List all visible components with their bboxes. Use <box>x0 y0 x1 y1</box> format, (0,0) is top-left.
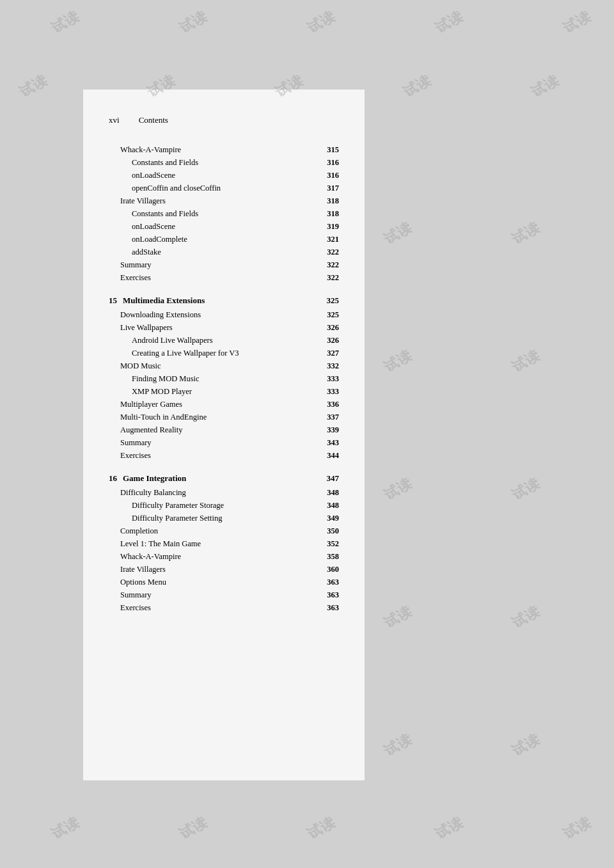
toc-entry-label: addStake <box>132 246 323 258</box>
toc-entry-page: 326 <box>327 334 339 347</box>
watermark: 试读 <box>432 813 466 844</box>
toc-entry: Android Live Wallpapers 326 <box>109 334 339 347</box>
toc-entry: Multi-Touch in AndEngine 337 <box>109 411 339 423</box>
watermark: 试读 <box>176 7 210 38</box>
toc-entry-label: Finding MOD Music <box>132 372 323 385</box>
toc-entry: Summary 363 <box>109 588 339 601</box>
toc-entry: Difficulty Balancing 348 <box>109 486 339 499</box>
watermark: 试读 <box>432 7 466 38</box>
toc-entry-label: Multiplayer Games <box>120 398 323 411</box>
page-number: xvi <box>109 115 120 125</box>
toc-entry-page: 322 <box>327 271 339 284</box>
watermark: 试读 <box>508 602 542 633</box>
toc-entry-page: 316 <box>327 156 339 169</box>
toc-entry-label: onLoadScene <box>132 220 323 233</box>
toc-entry-label: openCoffin and closeCoffin <box>132 182 323 194</box>
toc-entry-label: Difficulty Parameter Storage <box>132 499 323 512</box>
toc-entry-label: Exercises <box>120 601 323 614</box>
toc-entry-label: Summary <box>120 436 323 449</box>
toc-entry-page: 348 <box>327 486 339 499</box>
toc-entry-label: Exercises <box>120 271 323 284</box>
watermark: 试读 <box>48 813 82 844</box>
toc-entry-label: onLoadScene <box>132 169 323 182</box>
toc-entry-label: Exercises <box>120 449 323 462</box>
toc-entry-page: 337 <box>327 411 339 423</box>
toc-entry-page: 363 <box>327 576 339 588</box>
toc-entry-label: Difficulty Parameter Setting <box>132 512 323 525</box>
toc-entry-page: 352 <box>327 537 339 550</box>
toc-entry-page: 322 <box>327 258 339 271</box>
toc-entry: Constants and Fields 318 <box>109 207 339 220</box>
toc-entry-label: Whack-A-Vampire <box>120 143 323 156</box>
toc-entry-label: Constants and Fields <box>132 156 323 169</box>
toc-entry: onLoadComplete 321 <box>109 233 339 246</box>
watermark: 试读 <box>381 602 414 633</box>
toc-entry: Finding MOD Music 333 <box>109 372 339 385</box>
book-page: xvi Contents Whack-A-Vampire 315 Constan… <box>83 90 365 780</box>
toc-entry-label: Irate Villagers <box>120 563 323 576</box>
toc-entry: onLoadScene 316 <box>109 169 339 182</box>
watermark: 试读 <box>304 813 338 844</box>
watermark: 试读 <box>16 71 50 102</box>
toc-entry: Level 1: The Main Game 352 <box>109 537 339 550</box>
toc-entry: Exercises 344 <box>109 449 339 462</box>
watermark: 试读 <box>508 346 542 377</box>
toc-entry-page: 360 <box>327 563 339 576</box>
chapter-heading: 16 Game Integration 347 <box>109 473 339 484</box>
toc-entry-page: 333 <box>327 385 339 398</box>
toc-entry-label: Completion <box>120 525 323 537</box>
watermark: 试读 <box>560 813 594 844</box>
chapter-page: 325 <box>327 296 340 306</box>
toc-entry-page: 316 <box>327 169 339 182</box>
toc-entry-page: 319 <box>327 220 339 233</box>
toc-entry-label: Options Menu <box>120 576 323 588</box>
watermark: 试读 <box>381 218 414 249</box>
toc-entry-page: 315 <box>327 143 339 156</box>
toc-entry-page: 333 <box>327 372 339 385</box>
header-title: Contents <box>139 115 168 125</box>
toc-entry-page: 317 <box>327 182 339 194</box>
toc-entry: Summary 343 <box>109 436 339 449</box>
toc-entry-label: Level 1: The Main Game <box>120 537 323 550</box>
toc-entry: Completion 350 <box>109 525 339 537</box>
toc-entry-label: Irate Villagers <box>120 194 323 207</box>
toc-entry-label: Augmented Reality <box>120 423 323 436</box>
toc-entry: Irate Villagers 360 <box>109 563 339 576</box>
toc-entry-label: Constants and Fields <box>132 207 323 220</box>
watermark: 试读 <box>400 71 434 102</box>
toc-entry-page: 318 <box>327 207 339 220</box>
toc-entry-page: 326 <box>327 321 339 334</box>
toc-entry-page: 358 <box>327 550 339 563</box>
toc-entry-label: Summary <box>120 588 323 601</box>
toc-entry: Irate Villagers 318 <box>109 194 339 207</box>
toc-entry-page: 327 <box>327 347 339 359</box>
toc-entry: Options Menu 363 <box>109 576 339 588</box>
toc-entry: Multiplayer Games 336 <box>109 398 339 411</box>
toc-entry-page: 318 <box>327 194 339 207</box>
watermark: 试读 <box>176 813 210 844</box>
toc-entry-page: 349 <box>327 512 339 525</box>
chapter-number: 16 <box>109 473 123 484</box>
toc-entry-label: Live Wallpapers <box>120 321 323 334</box>
chapter-label: Game Integration <box>123 473 323 484</box>
toc-entry-label: Creating a Live Wallpaper for V3 <box>132 347 323 359</box>
watermark: 试读 <box>508 218 542 249</box>
toc-entry-label: Whack-A-Vampire <box>120 550 323 563</box>
toc-entry-label: XMP MOD Player <box>132 385 323 398</box>
toc-entry-page: 322 <box>327 246 339 258</box>
toc-entry-label: Multi-Touch in AndEngine <box>120 411 323 423</box>
toc-entry: Augmented Reality 339 <box>109 423 339 436</box>
watermark: 试读 <box>560 7 594 38</box>
toc-entry-page: 332 <box>327 359 339 372</box>
toc-entry: Downloading Extensions 325 <box>109 308 339 321</box>
page-header: xvi Contents <box>109 115 339 125</box>
toc-entry: Difficulty Parameter Storage 348 <box>109 499 339 512</box>
toc-entry-label: onLoadComplete <box>132 233 323 246</box>
toc-entry-page: 348 <box>327 499 339 512</box>
toc-entry: XMP MOD Player 333 <box>109 385 339 398</box>
toc-entry-page: 321 <box>327 233 339 246</box>
watermark: 试读 <box>508 474 542 505</box>
chapter-heading: 15 Multimedia Extensions 325 <box>109 296 339 306</box>
chapter-number: 15 <box>109 296 123 306</box>
watermark: 试读 <box>304 7 338 38</box>
